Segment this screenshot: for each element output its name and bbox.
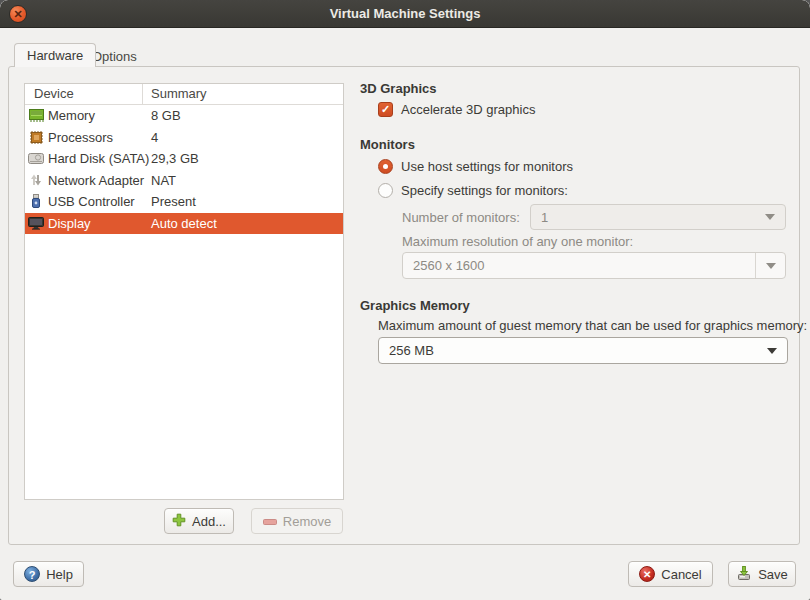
table-row-network-adapter[interactable]: Network Adapter NAT bbox=[25, 170, 343, 192]
device-name: Hard Disk (SATA) bbox=[48, 151, 149, 166]
save-icon bbox=[736, 565, 752, 584]
device-name: Network Adapter bbox=[48, 173, 144, 188]
chevron-down-icon bbox=[767, 348, 777, 354]
specify-settings-radio-row: Specify settings for monitors: bbox=[378, 183, 568, 198]
table-row-display[interactable]: Display Auto detect bbox=[25, 213, 343, 235]
network-adapter-icon bbox=[28, 172, 44, 188]
device-name: Display bbox=[48, 216, 91, 231]
chevron-down-icon bbox=[765, 214, 775, 220]
use-host-settings-radio[interactable] bbox=[378, 159, 393, 174]
accelerate-3d-checkbox[interactable]: ✓ bbox=[378, 102, 393, 117]
column-header-summary[interactable]: Summary bbox=[143, 84, 343, 104]
section-heading-graphics-memory: Graphics Memory bbox=[360, 298, 470, 313]
virtual-machine-settings-dialog: ✕ Virtual Machine Settings Hardware Opti… bbox=[0, 0, 810, 600]
number-of-monitors-value: 1 bbox=[531, 210, 765, 225]
device-name: Processors bbox=[48, 130, 113, 145]
memory-icon bbox=[28, 108, 44, 124]
column-header-device[interactable]: Device bbox=[25, 84, 143, 104]
device-summary: Auto detect bbox=[143, 216, 343, 231]
max-resolution-label: Maximum resolution of any one monitor: bbox=[402, 234, 633, 249]
device-summary: Present bbox=[143, 194, 343, 209]
section-heading-3d-graphics: 3D Graphics bbox=[360, 81, 437, 96]
processor-icon bbox=[28, 129, 44, 145]
graphics-memory-label: Maximum amount of guest memory that can … bbox=[378, 318, 807, 333]
max-resolution-dropdown: 2560 x 1600 bbox=[402, 252, 786, 279]
save-button[interactable]: Save bbox=[728, 561, 796, 587]
help-icon: ? bbox=[24, 566, 40, 582]
device-summary: 8 GB bbox=[143, 108, 343, 123]
save-button-label: Save bbox=[758, 567, 788, 582]
use-host-settings-label: Use host settings for monitors bbox=[401, 159, 573, 174]
table-row-processors[interactable]: Processors 4 bbox=[25, 127, 343, 149]
remove-device-button: Remove bbox=[251, 508, 343, 534]
remove-button-label: Remove bbox=[283, 514, 331, 529]
graphics-memory-dropdown[interactable]: 256 MB bbox=[378, 337, 788, 364]
window-title: Virtual Machine Settings bbox=[0, 6, 810, 21]
max-resolution-value: 2560 x 1600 bbox=[403, 258, 755, 273]
add-button-label: Add... bbox=[192, 514, 226, 529]
help-button[interactable]: ? Help bbox=[13, 561, 84, 587]
table-row-memory[interactable]: Memory 8 GB bbox=[25, 105, 343, 127]
chevron-down-icon bbox=[766, 263, 776, 269]
table-row-usb-controller[interactable]: USB Controller Present bbox=[25, 191, 343, 213]
section-heading-monitors: Monitors bbox=[360, 137, 415, 152]
accelerate-3d-label: Accelerate 3D graphics bbox=[401, 102, 535, 117]
device-summary: 29,3 GB bbox=[143, 151, 343, 166]
device-name: USB Controller bbox=[48, 194, 135, 209]
hard-disk-icon bbox=[28, 151, 44, 167]
cancel-button[interactable]: ✕ Cancel bbox=[628, 561, 713, 587]
device-summary: NAT bbox=[143, 173, 343, 188]
display-icon bbox=[28, 215, 44, 231]
number-of-monitors-label: Number of monitors: bbox=[402, 210, 520, 225]
table-row-hard-disk[interactable]: Hard Disk (SATA) 29,3 GB bbox=[25, 148, 343, 170]
device-table: Device Summary Memory 8 GB Processors 4 bbox=[24, 83, 344, 500]
use-host-settings-radio-row: Use host settings for monitors bbox=[378, 159, 573, 174]
device-name: Memory bbox=[48, 108, 95, 123]
number-of-monitors-dropdown: 1 bbox=[530, 204, 786, 230]
device-summary: 4 bbox=[143, 130, 343, 145]
graphics-memory-value: 256 MB bbox=[379, 343, 767, 358]
help-button-label: Help bbox=[46, 567, 73, 582]
usb-controller-icon bbox=[28, 194, 44, 210]
plus-icon bbox=[172, 513, 186, 530]
accelerate-3d-checkbox-row: ✓ Accelerate 3D graphics bbox=[378, 102, 535, 117]
titlebar: ✕ Virtual Machine Settings bbox=[0, 0, 810, 28]
minus-icon bbox=[263, 514, 277, 529]
specify-settings-label: Specify settings for monitors: bbox=[401, 183, 568, 198]
add-device-button[interactable]: Add... bbox=[164, 508, 234, 534]
cancel-icon: ✕ bbox=[639, 566, 655, 582]
cancel-button-label: Cancel bbox=[661, 567, 701, 582]
specify-settings-radio[interactable] bbox=[378, 183, 393, 198]
tab-hardware[interactable]: Hardware bbox=[14, 43, 96, 67]
device-table-header: Device Summary bbox=[25, 84, 343, 105]
